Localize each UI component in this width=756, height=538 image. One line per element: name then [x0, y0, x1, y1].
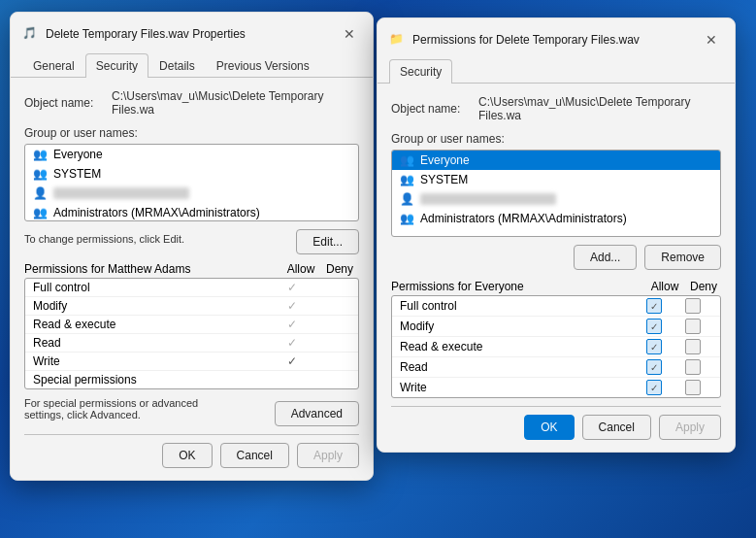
ok-button-2[interactable]: OK	[524, 415, 574, 440]
user-item-admins-1[interactable]: 👥 Administrators (MRMAX\Administrators)	[25, 203, 358, 221]
user-item-everyone-1[interactable]: 👥 Everyone	[25, 145, 358, 164]
perm-allow-m1: ✓	[273, 299, 312, 313]
change-perm-note: To change permissions, click Edit.	[24, 233, 184, 245]
everyone-icon-2: 👥	[398, 153, 415, 167]
perm-name-fc1: Full control	[33, 281, 273, 294]
divider-2	[391, 406, 721, 407]
tab-security[interactable]: Security	[85, 53, 148, 78]
allow-header-2: Allow	[643, 280, 686, 293]
permissions-close-button[interactable]: ✕	[700, 28, 723, 51]
perm-allow-w2	[635, 380, 674, 395]
apply-button-2[interactable]: Apply	[659, 415, 721, 440]
perm-deny-m2	[674, 319, 712, 334]
perm-deny-r2	[674, 359, 712, 375]
properties-content: Object name: C:\Users\mav_u\Music\Delete…	[11, 78, 373, 480]
perm-full-control-1: Full control ✓	[25, 279, 358, 297]
user-name-system-1: SYSTEM	[53, 167, 101, 181]
perm-name-re2: Read & execute	[400, 340, 635, 353]
perm-allow-r2	[635, 359, 674, 375]
allow-checkbox-m[interactable]	[646, 319, 662, 334]
remove-button[interactable]: Remove	[644, 245, 721, 270]
advanced-button[interactable]: Advanced	[275, 401, 359, 426]
properties-title-bar: 🎵 Delete Temporary Files.wav Properties …	[11, 13, 373, 53]
user-item-admins-2[interactable]: 👥 Administrators (MRMAX\Administrators)	[392, 209, 720, 228]
perm-name-r2: Read	[400, 360, 635, 374]
wav-file-icon: 🎵	[22, 26, 38, 42]
properties-close-button[interactable]: ✕	[338, 22, 361, 46]
perm-write-1: Write ✓	[25, 353, 358, 371]
object-label-2: Object name:	[391, 102, 478, 116]
deny-checkbox-fc[interactable]	[685, 298, 701, 314]
user-name-admins-1: Administrators (MRMAX\Administrators)	[53, 206, 260, 219]
perm-name-m1: Modify	[33, 299, 273, 313]
object-label: Object name:	[24, 96, 112, 110]
user-item-system-1[interactable]: 👥 SYSTEM	[25, 164, 358, 184]
perm-allow-m2	[635, 319, 674, 334]
deny-checkbox-m[interactable]	[685, 319, 701, 334]
cancel-button-1[interactable]: Cancel	[220, 443, 289, 468]
perm-name-re1: Read & execute	[33, 318, 273, 331]
perm-name-w2: Write	[400, 381, 635, 394]
allow-checkbox-w[interactable]	[646, 380, 662, 395]
object-name-row: Object name: C:\Users\mav_u\Music\Delete…	[24, 89, 359, 117]
perm-deny-fc2	[674, 298, 712, 314]
edit-button[interactable]: Edit...	[296, 229, 359, 254]
perm-allow-fc1: ✓	[273, 281, 312, 294]
perm-header-2: Permissions for Everyone	[391, 280, 643, 293]
perm-header-row: Permissions for Matthew Adams Allow Deny	[24, 262, 359, 276]
permissions-window: 📁 Permissions for Delete Temporary Files…	[377, 17, 736, 453]
user-item-everyone-2[interactable]: 👥 Everyone	[392, 151, 720, 170]
user-item-system-2[interactable]: 👥 SYSTEM	[392, 170, 720, 189]
perm-special-1: Special permissions	[25, 371, 358, 388]
perm-allow-re2	[635, 339, 674, 354]
perm-allow-r1: ✓	[273, 336, 312, 350]
perm-allow-w1: ✓	[273, 354, 312, 368]
perm-deny-re2	[674, 339, 712, 354]
cancel-button-2[interactable]: Cancel	[582, 415, 651, 440]
perm-name-sp1: Special permissions	[33, 373, 273, 387]
perm-allow-fc2	[635, 298, 674, 314]
ok-button-1[interactable]: OK	[162, 443, 212, 468]
allow-checkbox-re[interactable]	[646, 339, 662, 354]
system-icon-2: 👥	[398, 173, 415, 186]
perm-name-w1: Write	[33, 354, 273, 368]
perm-write-2: Write	[392, 378, 720, 397]
object-value: C:\Users\mav_u\Music\Delete Temporary Fi…	[112, 89, 359, 117]
group-label-2: Group or user names:	[391, 132, 721, 146]
add-remove-buttons: Add... Remove	[391, 245, 721, 270]
object-value-2: C:\Users\mav_u\Music\Delete Temporary Fi…	[478, 95, 721, 122]
folder-icon: 📁	[389, 32, 405, 48]
user-name-system-2: SYSTEM	[420, 173, 468, 186]
tab-general[interactable]: General	[22, 53, 85, 78]
user-name-everyone-1: Everyone	[53, 148, 103, 161]
tab-previous-versions[interactable]: Previous Versions	[206, 53, 320, 78]
deny-checkbox-w[interactable]	[685, 380, 701, 395]
blurred-name-1	[53, 187, 189, 199]
properties-title: Delete Temporary Files.wav Properties	[46, 27, 338, 41]
add-button[interactable]: Add...	[574, 245, 637, 270]
group-label-1: Group or user names:	[24, 126, 359, 140]
perm-full-control-2: Full control	[392, 296, 720, 317]
perm-deny-w2	[674, 380, 712, 395]
perm-modify-1: Modify ✓	[25, 297, 358, 316]
perm-table-1: Full control ✓ Modify ✓ Read & execute ✓…	[24, 278, 359, 389]
properties-tabs: General Security Details Previous Versio…	[11, 53, 373, 78]
allow-checkbox-fc[interactable]	[646, 298, 662, 314]
deny-checkbox-re[interactable]	[685, 339, 701, 354]
user-name-everyone-2: Everyone	[420, 153, 470, 167]
perm-header: Permissions for Matthew Adams	[24, 262, 281, 276]
user-item-blurred-1[interactable]: 👤	[25, 184, 358, 203]
user-item-blurred-2[interactable]: 👤	[392, 189, 720, 209]
blurred-name-2	[420, 193, 556, 205]
perm-modify-2: Modify	[392, 317, 720, 337]
bottom-buttons-2: OK Cancel Apply	[391, 415, 721, 440]
advanced-note: For special permissions or advanced sett…	[24, 397, 218, 420]
apply-button-1[interactable]: Apply	[297, 443, 359, 468]
tab-details[interactable]: Details	[148, 53, 206, 78]
tab-security-2[interactable]: Security	[389, 59, 452, 84]
perm-read-2: Read	[392, 357, 720, 378]
deny-checkbox-r[interactable]	[685, 359, 701, 375]
allow-checkbox-r[interactable]	[646, 359, 662, 375]
permissions-tabs: Security	[378, 59, 735, 84]
permissions-title: Permissions for Delete Temporary Files.w…	[412, 33, 700, 47]
